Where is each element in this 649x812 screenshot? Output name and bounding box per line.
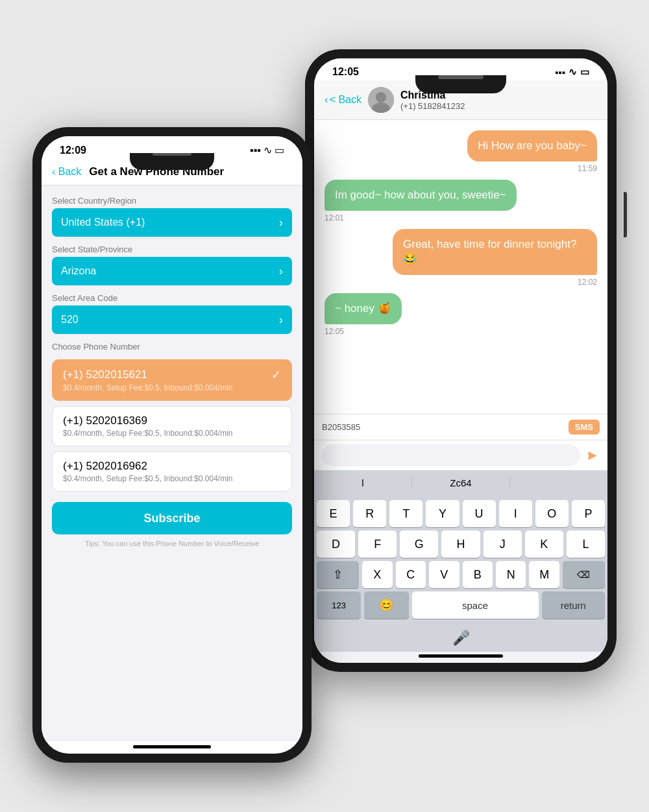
key-C[interactable]: C xyxy=(396,561,426,588)
key-O[interactable]: O xyxy=(535,500,569,527)
phone-option-number-1: (+1) 5202015621 ✓ xyxy=(63,368,281,382)
key-T[interactable]: T xyxy=(389,500,422,527)
key-G[interactable]: G xyxy=(400,531,438,558)
num-key[interactable]: 123 xyxy=(317,591,361,619)
space-key[interactable]: space xyxy=(412,591,539,619)
key-V[interactable]: V xyxy=(429,561,459,588)
state-value: Arizona xyxy=(61,265,96,277)
return-key[interactable]: return xyxy=(542,591,606,619)
check-icon: ✓ xyxy=(271,368,281,382)
bubble-received-2: ~ honey 🍯 xyxy=(324,293,402,324)
chat-bottom: B2053585 SMS ► l Zc64 E xyxy=(314,414,607,663)
key-F[interactable]: F xyxy=(358,531,397,558)
backspace-key[interactable]: ⌫ xyxy=(563,561,605,588)
status-time-front: 12:09 xyxy=(60,145,86,156)
phone-option-1[interactable]: (+1) 5202015621 ✓ $0.4/month, Setup Fee:… xyxy=(52,359,292,401)
message-time: 12:05 xyxy=(324,327,344,336)
number-picker-phone: 12:09 ▪▪▪ ∿ ▭ ‹ Back Get a New xyxy=(32,127,312,763)
key-D[interactable]: D xyxy=(317,531,355,558)
svg-point-1 xyxy=(376,92,386,102)
key-J[interactable]: J xyxy=(484,531,522,558)
battery-icon-front: ▭ xyxy=(275,144,284,156)
signal-icon-front: ▪▪▪ xyxy=(250,145,261,156)
signal-icon: ▪▪▪ xyxy=(555,67,565,78)
text-input-row: ► xyxy=(314,440,607,470)
status-time: 12:05 xyxy=(332,66,359,78)
messages-area: Hi How are you baby~ 11:59 Im good~ how … xyxy=(314,120,607,414)
phone-option-3[interactable]: (+1) 5202016962 $0.4/month, Setup Fee:$0… xyxy=(52,451,292,492)
wifi-icon-front: ∿ xyxy=(263,144,272,156)
key-N[interactable]: N xyxy=(496,561,526,588)
chevron-right-icon-2: › xyxy=(279,265,283,278)
key-B[interactable]: B xyxy=(463,561,493,588)
country-select[interactable]: United States (+1) › xyxy=(52,208,292,237)
wifi-icon: ∿ xyxy=(569,66,577,78)
key-P[interactable]: P xyxy=(572,500,605,527)
tips-text: Tips: You can use this Phone Number to V… xyxy=(52,540,292,547)
chat-back-button[interactable]: ‹ < Back xyxy=(324,93,361,106)
key-M[interactable]: M xyxy=(529,561,559,588)
bubble-received-1: Im good~ how about you, sweetie~ xyxy=(324,180,517,211)
message-time: 12:01 xyxy=(324,213,344,222)
status-icons-front: ▪▪▪ ∿ ▭ xyxy=(250,144,284,156)
messaging-screen: 12:05 ▪▪▪ ∿ ▭ ‹ < Back xyxy=(314,58,607,663)
status-icons: ▪▪▪ ∿ ▭ xyxy=(555,66,589,78)
state-select[interactable]: Arizona › xyxy=(52,257,292,285)
suggestion-1[interactable]: l xyxy=(314,477,412,488)
emoji-key[interactable]: 😊 xyxy=(364,591,408,619)
mic-row: 🎤 xyxy=(314,625,607,652)
message-input[interactable] xyxy=(322,444,580,466)
key-K[interactable]: K xyxy=(525,531,563,558)
phone-option-number-3: (+1) 5202016962 xyxy=(63,460,281,473)
key-I[interactable]: I xyxy=(499,500,532,527)
message-time: 12:02 xyxy=(578,278,597,287)
area-select[interactable]: 520 › xyxy=(52,305,292,334)
phone-option-price-3: $0.4/month, Setup Fee:$0.5, Inbound:$0.0… xyxy=(63,474,281,483)
message-2: Im good~ how about you, sweetie~ 12:01 xyxy=(324,180,597,222)
status-bar: 12:05 ▪▪▪ ∿ ▭ xyxy=(314,58,607,80)
status-bar-front: 12:09 ▪▪▪ ∿ ▭ xyxy=(42,136,302,159)
messaging-phone: 12:05 ▪▪▪ ∿ ▭ ‹ < Back xyxy=(305,49,617,672)
scene: 12:05 ▪▪▪ ∿ ▭ ‹ < Back xyxy=(32,49,617,763)
keyboard-row-2: D F G H J K L xyxy=(317,531,605,558)
back-label-front[interactable]: Back xyxy=(58,166,82,177)
bubble-sent-2: Great, have time for dinner tonight?😂 xyxy=(393,229,597,276)
chevron-right-icon-3: › xyxy=(279,313,283,327)
key-L[interactable]: L xyxy=(567,531,605,558)
shift-key[interactable]: ⇧ xyxy=(317,561,359,588)
message-1: Hi How are you baby~ 11:59 xyxy=(324,130,597,173)
key-Y[interactable]: Y xyxy=(426,500,459,527)
key-H[interactable]: H xyxy=(441,531,480,558)
state-label: Select State/Province xyxy=(52,245,292,254)
keyboard-row-1: E R T Y U I O P xyxy=(317,500,605,527)
country-value: United States (+1) xyxy=(61,217,145,228)
message-time: 11:59 xyxy=(578,164,597,173)
subscribe-button[interactable]: Subscribe xyxy=(52,502,292,534)
suggestion-2[interactable]: Zc64 xyxy=(412,477,510,488)
phone-option-2[interactable]: (+1) 5202016369 $0.4/month, Setup Fee:$0… xyxy=(52,406,292,446)
send-button[interactable]: ► xyxy=(585,447,600,464)
chevron-left-icon-front: ‹ xyxy=(52,166,55,177)
message-4: ~ honey 🍯 12:05 xyxy=(324,293,597,336)
phone-option-price-1: $0.4/month, Setup Fee:$0.5, Inbound:$0.0… xyxy=(63,383,281,392)
key-R[interactable]: R xyxy=(353,500,386,527)
phone-number-tag: B2053585 xyxy=(322,422,563,432)
power-button xyxy=(624,192,627,237)
mic-icon[interactable]: 🎤 xyxy=(452,630,470,647)
back-label[interactable]: < Back xyxy=(330,94,361,106)
sms-badge: SMS xyxy=(569,420,600,435)
home-indicator-front xyxy=(133,745,211,748)
key-E[interactable]: E xyxy=(317,500,350,527)
message-text: ~ honey 🍯 xyxy=(335,302,391,315)
number-picker-screen: 12:09 ▪▪▪ ∿ ▭ ‹ Back Get a New xyxy=(42,136,302,754)
keyboard-bottom-row: 123 😊 space return xyxy=(317,591,605,619)
key-X[interactable]: X xyxy=(362,561,392,588)
key-U[interactable]: U xyxy=(463,500,496,527)
message-text: Great, have time for dinner tonight?😂 xyxy=(403,238,576,266)
contact-number: (+1) 5182841232 xyxy=(400,101,465,111)
notch-front xyxy=(130,153,214,170)
speaker xyxy=(438,75,484,79)
chevron-right-icon: › xyxy=(279,216,283,230)
phone-option-number-2: (+1) 5202016369 xyxy=(63,414,281,427)
picker-back-button[interactable]: ‹ Back xyxy=(52,166,81,178)
